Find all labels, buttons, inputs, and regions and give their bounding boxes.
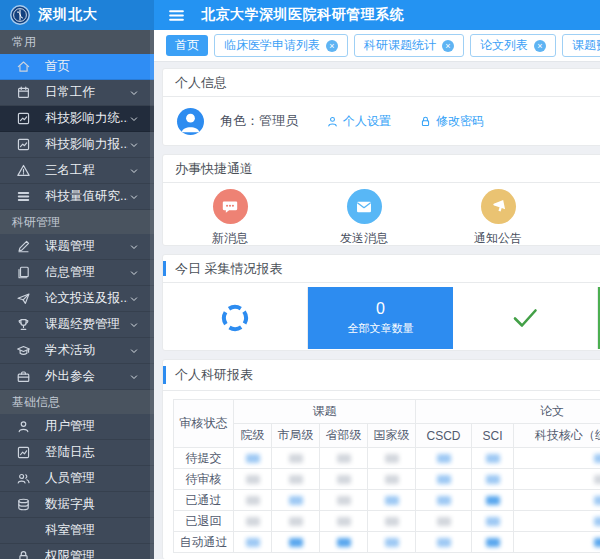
close-icon[interactable]: ×	[534, 40, 546, 52]
blurred-value	[246, 538, 260, 547]
table-cell	[272, 469, 320, 490]
table-cell	[272, 511, 320, 532]
stat-box-stat[interactable]: 0全部文章数量	[308, 287, 453, 349]
table-cell	[416, 532, 472, 553]
stat-box-check[interactable]	[453, 287, 598, 349]
personal-settings-link[interactable]: 个人设置	[326, 113, 391, 130]
table-row: 已通过	[174, 490, 600, 511]
chart-line-icon	[16, 445, 31, 460]
chat-icon	[213, 189, 248, 224]
blurred-value	[246, 517, 260, 526]
chevron-down-icon	[128, 191, 140, 203]
sidebar-item-label: 学术活动	[45, 342, 128, 359]
tab-1[interactable]: 临床医学申请列表×	[214, 34, 348, 57]
table-cell	[368, 490, 416, 511]
calendar-icon	[16, 85, 31, 100]
briefcase-icon	[16, 369, 31, 384]
stat-box-spinner[interactable]	[163, 287, 308, 349]
tab-4[interactable]: 课题费用报表×	[562, 34, 600, 57]
tab-label: 课题费用报表	[572, 35, 600, 56]
tab-label: 首页	[175, 35, 199, 56]
sidebar-item-lock[interactable]: 权限管理	[0, 544, 154, 559]
table-cell	[320, 532, 368, 553]
today-report-title: 今日 采集情况报表	[163, 255, 600, 283]
users-icon	[16, 471, 31, 486]
sidebar-item-pen[interactable]: 课题管理	[0, 234, 154, 260]
blurred-value	[337, 454, 351, 463]
tab-2[interactable]: 科研课题统计×	[354, 34, 464, 57]
sidebar-item-chart-line[interactable]: 登陆日志	[0, 440, 154, 466]
app-window: 深圳北大 北京大学深圳医院科研管理系统 常用首页日常工作科技影响力统...科技影…	[0, 0, 600, 559]
change-password-link[interactable]: 修改密码	[419, 113, 484, 130]
sidebar-item-label: 权限管理	[45, 548, 146, 559]
sidebar-item-label: 数据字典	[45, 496, 146, 513]
sidebar-item-home[interactable]: 首页	[0, 54, 154, 80]
chevron-down-icon	[128, 319, 140, 331]
table-cell	[368, 532, 416, 553]
chevron-down-icon	[128, 345, 140, 357]
table-cell	[234, 448, 272, 469]
tab-label: 科研课题统计	[364, 35, 436, 56]
table-cell	[472, 490, 514, 511]
sidebar-item-user[interactable]: 用户管理	[0, 414, 154, 440]
sidebar-item-label: 课题经费管理	[45, 316, 128, 333]
sidebar-item-none[interactable]: 科室管理	[0, 518, 154, 544]
close-icon[interactable]: ×	[442, 40, 454, 52]
sidebar-item-label: 科技影响力报...	[45, 136, 128, 153]
send-icon	[16, 291, 31, 306]
sidebar-item-briefcase[interactable]: 外出参会	[0, 364, 154, 390]
check-icon	[510, 306, 540, 330]
graduation-cap-icon	[16, 343, 31, 358]
table-cell	[272, 532, 320, 553]
today-report-panel: 今日 采集情况报表 0全部文章数量	[162, 254, 600, 351]
blurred-value	[486, 496, 500, 505]
sidebar-item-users[interactable]: 人员管理	[0, 466, 154, 492]
table-cell	[514, 469, 600, 490]
sidebar-item-database[interactable]: 数据字典	[0, 492, 154, 518]
table-cell	[234, 532, 272, 553]
quick-channel-megaphone[interactable]: 通知公告	[431, 185, 565, 246]
blurred-value	[246, 496, 260, 505]
blurred-value	[437, 517, 451, 526]
sidebar-item-documents[interactable]: 信息管理	[0, 260, 154, 286]
sidebar-item-list[interactable]: 科技量值研究...	[0, 184, 154, 210]
sidebar-item-chart-report[interactable]: 科技影响力报...	[0, 132, 154, 158]
tab-3[interactable]: 论文列表×	[470, 34, 556, 57]
quick-channel-chat[interactable]: 新消息	[163, 185, 297, 246]
blurred-value	[337, 517, 351, 526]
content-area: 个人信息 角色：管理员	[154, 62, 600, 559]
blurred-value	[437, 538, 451, 547]
personal-info-panel: 个人信息 角色：管理员	[162, 68, 600, 146]
menu-toggle-icon[interactable]	[168, 7, 185, 24]
quick-channel-label: 新消息	[212, 230, 248, 246]
table-cell	[514, 511, 600, 532]
quick-channel-mail[interactable]: 发送消息	[297, 185, 431, 246]
sidebar-item-label: 论文投送及报...	[45, 290, 128, 307]
table-cell	[514, 490, 600, 511]
close-icon[interactable]: ×	[326, 40, 338, 52]
trophy-icon	[16, 317, 31, 332]
table-cell	[472, 448, 514, 469]
quick-channel-label: 通知公告	[474, 230, 522, 246]
sidebar-item-calendar[interactable]: 日常工作	[0, 80, 154, 106]
blurred-value	[437, 496, 451, 505]
blurred-value	[289, 538, 303, 547]
chevron-down-icon	[128, 267, 140, 279]
lock-icon	[419, 115, 432, 128]
sidebar-item-warning[interactable]: 三名工程	[0, 158, 154, 184]
row-status-label: 已通过	[174, 490, 234, 511]
sidebar-item-label: 科技影响力统...	[45, 110, 128, 127]
main-area: 首页临床医学申请列表×科研课题统计×论文列表×课题费用报表×用户列表× 个人信息…	[154, 30, 600, 559]
role-label: 角色：	[220, 113, 259, 128]
tab-home[interactable]: 首页	[166, 35, 208, 56]
quick-channels-title: 办事快捷通道	[163, 155, 600, 183]
sidebar-item-trophy[interactable]: 课题经费管理	[0, 312, 154, 338]
sidebar-item-send[interactable]: 论文投送及报...	[0, 286, 154, 312]
table-column-header: 院级	[234, 424, 272, 448]
table-cell	[368, 469, 416, 490]
table-cell	[234, 490, 272, 511]
row-status-label: 已退回	[174, 511, 234, 532]
chevron-down-icon	[128, 293, 140, 305]
sidebar-item-graduation-cap[interactable]: 学术活动	[0, 338, 154, 364]
sidebar-item-chart-stat[interactable]: 科技影响力统...	[0, 106, 154, 132]
